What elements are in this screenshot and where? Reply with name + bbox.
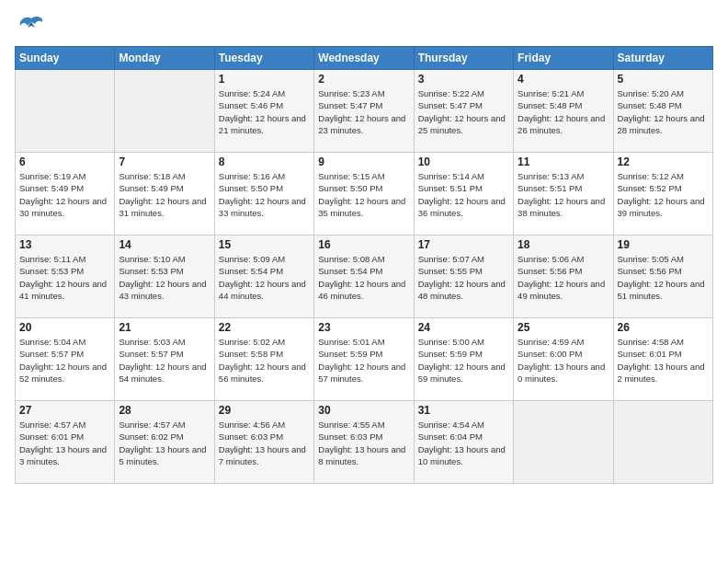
calendar-cell: 4Sunrise: 5:21 AM Sunset: 5:48 PM Daylig… [514,70,613,153]
day-info: Sunrise: 4:57 AM Sunset: 6:01 PM Dayligh… [19,419,110,467]
day-number: 11 [518,155,609,168]
day-number: 27 [19,404,110,417]
day-info: Sunrise: 5:21 AM Sunset: 5:48 PM Dayligh… [518,87,609,136]
day-number: 26 [618,321,709,334]
day-info: Sunrise: 5:16 AM Sunset: 5:50 PM Dayligh… [219,170,310,219]
day-info: Sunrise: 5:05 AM Sunset: 5:56 PM Dayligh… [618,253,709,302]
calendar-week-row: 27Sunrise: 4:57 AM Sunset: 6:01 PM Dayli… [16,401,713,484]
calendar-cell: 8Sunrise: 5:16 AM Sunset: 5:50 PM Daylig… [214,153,313,236]
day-info: Sunrise: 5:10 AM Sunset: 5:53 PM Dayligh… [119,253,210,302]
calendar-cell: 18Sunrise: 5:06 AM Sunset: 5:56 PM Dayli… [514,236,613,318]
logo-bird-icon [18,15,44,37]
day-info: Sunrise: 5:11 AM Sunset: 5:53 PM Dayligh… [19,253,110,302]
day-number: 21 [119,321,210,334]
day-info: Sunrise: 5:01 AM Sunset: 5:59 PM Dayligh… [318,336,409,385]
day-number: 22 [219,321,310,334]
day-number: 12 [618,155,709,168]
calendar-cell: 28Sunrise: 4:57 AM Sunset: 6:02 PM Dayli… [115,401,214,484]
day-info: Sunrise: 5:15 AM Sunset: 5:50 PM Dayligh… [318,170,409,219]
calendar-cell: 10Sunrise: 5:14 AM Sunset: 5:51 PM Dayli… [414,153,513,236]
day-number: 3 [418,73,509,86]
calendar-week-row: 13Sunrise: 5:11 AM Sunset: 5:53 PM Dayli… [16,236,713,318]
calendar-cell: 20Sunrise: 5:04 AM Sunset: 5:57 PM Dayli… [16,318,115,401]
calendar-cell: 11Sunrise: 5:13 AM Sunset: 5:51 PM Dayli… [514,153,613,236]
day-number: 15 [219,238,310,251]
day-number: 23 [318,321,409,334]
day-info: Sunrise: 5:02 AM Sunset: 5:58 PM Dayligh… [219,336,310,385]
calendar-cell: 13Sunrise: 5:11 AM Sunset: 5:53 PM Dayli… [16,236,115,318]
day-info: Sunrise: 5:24 AM Sunset: 5:46 PM Dayligh… [219,87,310,136]
day-info: Sunrise: 4:59 AM Sunset: 6:00 PM Dayligh… [518,336,609,385]
calendar-cell: 25Sunrise: 4:59 AM Sunset: 6:00 PM Dayli… [514,318,613,401]
calendar-header-row: SundayMondayTuesdayWednesdayThursdayFrid… [16,47,713,70]
calendar-cell [16,70,115,153]
day-number: 1 [219,73,310,86]
calendar-cell: 15Sunrise: 5:09 AM Sunset: 5:54 PM Dayli… [214,236,313,318]
page-header [15,15,713,37]
day-info: Sunrise: 5:23 AM Sunset: 5:47 PM Dayligh… [318,87,409,136]
calendar-week-row: 1Sunrise: 5:24 AM Sunset: 5:46 PM Daylig… [16,70,713,153]
day-info: Sunrise: 5:07 AM Sunset: 5:55 PM Dayligh… [418,253,509,302]
day-info: Sunrise: 5:14 AM Sunset: 5:51 PM Dayligh… [418,170,509,219]
column-header-monday: Monday [115,47,214,70]
calendar-cell: 14Sunrise: 5:10 AM Sunset: 5:53 PM Dayli… [115,236,214,318]
day-number: 28 [119,404,210,417]
day-number: 31 [418,404,509,417]
calendar-cell: 23Sunrise: 5:01 AM Sunset: 5:59 PM Dayli… [314,318,414,401]
calendar-cell: 16Sunrise: 5:08 AM Sunset: 5:54 PM Dayli… [314,236,414,318]
day-info: Sunrise: 5:08 AM Sunset: 5:54 PM Dayligh… [318,253,409,302]
calendar-week-row: 6Sunrise: 5:19 AM Sunset: 5:49 PM Daylig… [16,153,713,236]
day-info: Sunrise: 5:03 AM Sunset: 5:57 PM Dayligh… [119,336,210,385]
day-info: Sunrise: 5:13 AM Sunset: 5:51 PM Dayligh… [518,170,609,219]
day-info: Sunrise: 5:04 AM Sunset: 5:57 PM Dayligh… [19,336,110,385]
calendar-cell: 27Sunrise: 4:57 AM Sunset: 6:01 PM Dayli… [16,401,115,484]
day-number: 30 [318,404,409,417]
day-number: 8 [219,155,310,168]
calendar-cell: 30Sunrise: 4:55 AM Sunset: 6:03 PM Dayli… [314,401,414,484]
day-number: 17 [418,238,509,251]
calendar-cell: 17Sunrise: 5:07 AM Sunset: 5:55 PM Dayli… [414,236,513,318]
day-number: 4 [518,73,609,86]
calendar-cell: 1Sunrise: 5:24 AM Sunset: 5:46 PM Daylig… [214,70,313,153]
day-number: 9 [318,155,409,168]
day-number: 16 [318,238,409,251]
day-info: Sunrise: 5:18 AM Sunset: 5:49 PM Dayligh… [119,170,210,219]
calendar-cell: 31Sunrise: 4:54 AM Sunset: 6:04 PM Dayli… [414,401,513,484]
calendar-cell: 3Sunrise: 5:22 AM Sunset: 5:47 PM Daylig… [414,70,513,153]
day-number: 10 [418,155,509,168]
day-info: Sunrise: 5:06 AM Sunset: 5:56 PM Dayligh… [518,253,609,302]
day-number: 5 [618,73,709,86]
calendar-week-row: 20Sunrise: 5:04 AM Sunset: 5:57 PM Dayli… [16,318,713,401]
day-number: 14 [119,238,210,251]
calendar-cell: 29Sunrise: 4:56 AM Sunset: 6:03 PM Dayli… [214,401,313,484]
column-header-wednesday: Wednesday [314,47,414,70]
calendar-cell: 19Sunrise: 5:05 AM Sunset: 5:56 PM Dayli… [613,236,712,318]
day-info: Sunrise: 5:20 AM Sunset: 5:48 PM Dayligh… [618,87,709,136]
day-info: Sunrise: 5:09 AM Sunset: 5:54 PM Dayligh… [219,253,310,302]
day-number: 29 [219,404,310,417]
day-number: 6 [19,155,110,168]
column-header-tuesday: Tuesday [214,47,313,70]
calendar-cell: 9Sunrise: 5:15 AM Sunset: 5:50 PM Daylig… [314,153,414,236]
logo [15,15,44,37]
calendar-cell: 22Sunrise: 5:02 AM Sunset: 5:58 PM Dayli… [214,318,313,401]
day-info: Sunrise: 4:56 AM Sunset: 6:03 PM Dayligh… [219,419,310,467]
column-header-thursday: Thursday [414,47,513,70]
calendar-cell: 2Sunrise: 5:23 AM Sunset: 5:47 PM Daylig… [314,70,414,153]
day-info: Sunrise: 5:00 AM Sunset: 5:59 PM Dayligh… [418,336,509,385]
day-number: 2 [318,73,409,86]
calendar-cell [613,401,712,484]
calendar-table: SundayMondayTuesdayWednesdayThursdayFrid… [15,46,713,484]
day-info: Sunrise: 4:57 AM Sunset: 6:02 PM Dayligh… [119,419,210,467]
column-header-saturday: Saturday [613,47,712,70]
day-info: Sunrise: 5:19 AM Sunset: 5:49 PM Dayligh… [19,170,110,219]
calendar-cell: 6Sunrise: 5:19 AM Sunset: 5:49 PM Daylig… [16,153,115,236]
day-number: 24 [418,321,509,334]
day-info: Sunrise: 4:58 AM Sunset: 6:01 PM Dayligh… [618,336,709,385]
day-number: 18 [518,238,609,251]
day-number: 19 [618,238,709,251]
calendar-cell: 21Sunrise: 5:03 AM Sunset: 5:57 PM Dayli… [115,318,214,401]
calendar-cell [115,70,214,153]
calendar-cell: 7Sunrise: 5:18 AM Sunset: 5:49 PM Daylig… [115,153,214,236]
day-info: Sunrise: 5:22 AM Sunset: 5:47 PM Dayligh… [418,87,509,136]
